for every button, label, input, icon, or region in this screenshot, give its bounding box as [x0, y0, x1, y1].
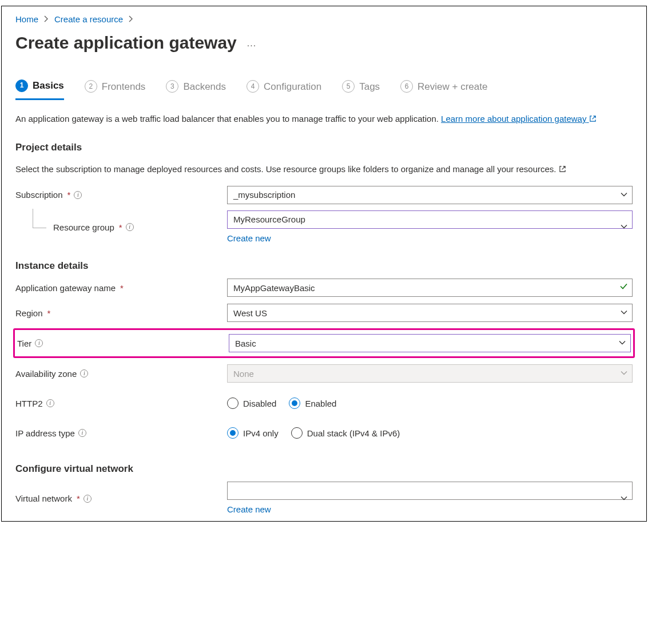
http2-disabled-radio[interactable]: Disabled — [227, 397, 276, 410]
region-select[interactable]: West US — [227, 304, 633, 322]
chevron-down-icon — [618, 337, 626, 349]
info-icon[interactable] — [78, 429, 86, 437]
tab-label: Frontends — [102, 80, 146, 94]
section-heading-project: Project details — [15, 141, 633, 154]
external-link-icon — [589, 114, 597, 124]
checkmark-icon — [619, 282, 628, 294]
required-indicator: * — [119, 221, 122, 233]
required-indicator: * — [120, 282, 124, 294]
availability-zone-select: None — [227, 364, 633, 383]
chevron-right-icon — [43, 13, 50, 25]
info-icon[interactable] — [80, 369, 88, 377]
tier-highlight: Tier Basic — [13, 328, 635, 358]
breadcrumb-create-resource[interactable]: Create a resource — [54, 13, 123, 25]
chevron-right-icon — [128, 13, 134, 25]
learn-more-link[interactable]: Learn more about application gateway — [441, 114, 597, 124]
required-indicator: * — [47, 307, 51, 319]
tab-frontends[interactable]: 2 Frontends — [85, 79, 146, 100]
radio-label: Disabled — [243, 397, 276, 410]
breadcrumb-home[interactable]: Home — [15, 13, 38, 25]
breadcrumb: Home Create a resource — [15, 13, 633, 25]
subscription-label: Subscription — [15, 189, 63, 201]
ip-address-type-label: IP address type — [15, 427, 75, 439]
http2-label: HTTP2 — [15, 397, 43, 410]
tier-select[interactable]: Basic — [229, 334, 631, 352]
tab-label: Review + create — [418, 80, 487, 94]
chevron-down-icon — [620, 368, 628, 380]
ipv4-only-radio[interactable]: IPv4 only — [227, 427, 279, 439]
section-heading-vnet: Configure virtual network — [15, 462, 633, 476]
chevron-down-icon — [620, 307, 628, 319]
tab-label: Configuration — [264, 80, 321, 94]
create-new-vnet-link[interactable]: Create new — [227, 503, 271, 515]
intro-text: An application gateway is a web traffic … — [15, 113, 633, 125]
section-desc-project: Select the subscription to manage deploy… — [15, 163, 633, 175]
virtual-network-select[interactable] — [227, 482, 633, 500]
info-icon[interactable] — [74, 191, 82, 199]
more-actions-button[interactable]: ··· — [247, 31, 256, 52]
tab-label: Tags — [359, 80, 380, 94]
required-indicator: * — [67, 189, 71, 201]
tab-backends[interactable]: 3 Backends — [166, 79, 226, 100]
chevron-down-icon — [620, 189, 628, 201]
tab-tags[interactable]: 5 Tags — [342, 79, 380, 100]
chevron-down-icon — [620, 492, 628, 504]
tab-label: Basics — [33, 79, 64, 93]
step-number: 1 — [15, 79, 28, 92]
resource-group-label: Resource group — [53, 221, 114, 233]
subscription-select[interactable]: _mysubscription — [227, 186, 633, 204]
tab-label: Backends — [183, 80, 226, 94]
availability-zone-label: Availability zone — [15, 368, 77, 380]
info-icon[interactable] — [46, 399, 54, 407]
info-icon[interactable] — [84, 495, 92, 503]
radio-label: Enabled — [305, 397, 336, 410]
tier-label: Tier — [17, 337, 31, 349]
radio-label: IPv4 only — [243, 427, 279, 439]
section-heading-instance: Instance details — [15, 259, 633, 273]
wizard-tabs: 1 Basics 2 Frontends 3 Backends 4 Config… — [15, 79, 633, 100]
app-gateway-name-label: Application gateway name — [15, 282, 116, 294]
required-indicator: * — [77, 492, 80, 504]
app-gateway-name-input[interactable]: MyAppGatewayBasic — [227, 279, 633, 297]
tab-review-create[interactable]: 6 Review + create — [400, 79, 487, 100]
resource-group-select[interactable]: MyResourceGroup — [227, 210, 633, 229]
tree-connector — [33, 209, 46, 228]
step-number: 6 — [400, 80, 413, 93]
step-number: 5 — [342, 80, 355, 93]
page-title: Create application gateway — [15, 31, 237, 55]
region-label: Region — [15, 307, 43, 319]
radio-label: Dual stack (IPv4 & IPv6) — [307, 427, 400, 439]
step-number: 2 — [85, 80, 97, 93]
external-link-icon — [559, 164, 566, 174]
step-number: 4 — [247, 80, 259, 93]
tab-basics[interactable]: 1 Basics — [15, 79, 64, 100]
dual-stack-radio[interactable]: Dual stack (IPv4 & IPv6) — [291, 427, 400, 439]
info-icon[interactable] — [126, 223, 134, 231]
step-number: 3 — [166, 80, 178, 93]
http2-enabled-radio[interactable]: Enabled — [289, 397, 336, 410]
tab-configuration[interactable]: 4 Configuration — [247, 79, 321, 100]
info-icon[interactable] — [35, 339, 43, 347]
create-new-rg-link[interactable]: Create new — [227, 232, 271, 244]
virtual-network-label: Virtual network — [15, 492, 72, 504]
chevron-down-icon — [620, 221, 628, 233]
